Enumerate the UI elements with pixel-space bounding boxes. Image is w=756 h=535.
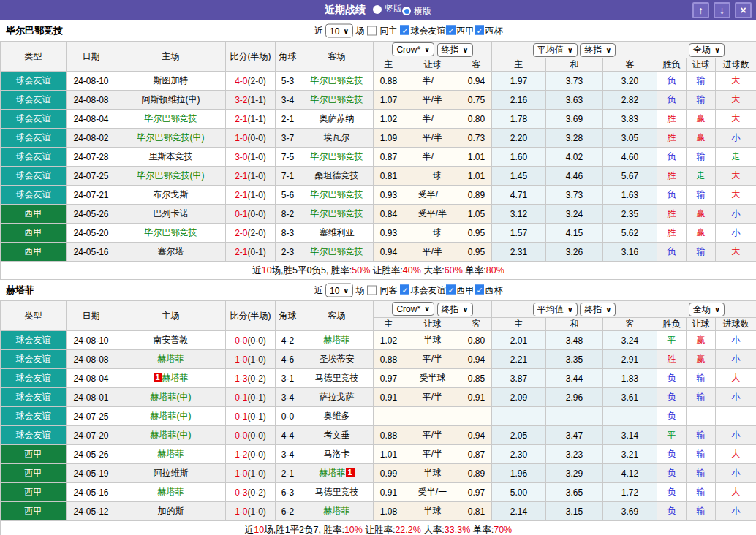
recent-results-panel: 近期战绩 竖版横版 ↑↓× 毕尔巴鄂竞技 近 10∨ 场 同主 ✓球会友谊✓西甲…: [0, 0, 756, 535]
full-score: 1-0: [235, 354, 247, 365]
result-value: 胜: [668, 208, 676, 219]
near-label: 近: [314, 284, 323, 297]
half-score: (1-0): [248, 171, 266, 181]
scope-select[interactable]: 全场∨: [689, 303, 725, 316]
col-handicap: 让球: [404, 58, 461, 72]
final-odds-value: 终指: [442, 303, 459, 316]
result-winloss-cell: 负: [657, 407, 687, 426]
chevron-down-icon: ∨: [605, 46, 611, 54]
summary-segment: 50%: [352, 265, 370, 276]
avg-away-cell: 3.69: [603, 502, 657, 521]
scroll-down-button[interactable]: ↓: [714, 2, 730, 18]
league-checkbox[interactable]: ✓: [446, 285, 456, 295]
chevron-down-icon: ∨: [714, 46, 720, 54]
close-button[interactable]: ×: [735, 2, 752, 18]
league-checkbox[interactable]: ✓: [475, 285, 484, 295]
match-date: 24-08-04: [67, 110, 116, 129]
league-checkbox[interactable]: ✓: [446, 26, 456, 35]
half-score: (0-2): [248, 373, 266, 384]
same-venue-label: 同主: [379, 25, 397, 37]
col-date: 日期: [67, 301, 116, 331]
result-value: 负: [668, 246, 676, 257]
home-team: 阿斯顿维拉(中): [142, 94, 200, 105]
away-team-cell: 毕尔巴鄂竞技: [300, 148, 374, 167]
score-cell: 1-2(0-0): [226, 445, 276, 464]
result-value: 平: [668, 335, 676, 345]
same-venue-checkbox[interactable]: [367, 26, 377, 36]
away-team: 圣埃蒂安: [320, 354, 355, 364]
same-venue-checkbox[interactable]: [367, 286, 377, 295]
average-select[interactable]: 平均值∨: [533, 303, 578, 316]
away-team-cell: 奥萨苏纳: [300, 110, 374, 129]
odds-away-cell: 0.81: [461, 502, 492, 521]
odds-away-cell: 0.95: [461, 243, 492, 262]
score-cell: 0-1(0-0): [226, 205, 276, 224]
home-team: 毕尔巴鄂竞技(中): [137, 132, 205, 143]
match-type-badge: 西甲: [1, 205, 67, 224]
match-count-select[interactable]: 10∨: [325, 24, 353, 38]
home-team-cell: 毕尔巴鄂竞技(中): [116, 167, 226, 186]
average-select[interactable]: 平均值∨: [533, 43, 578, 57]
bookmaker-select[interactable]: Crow*∨: [392, 302, 434, 316]
result-value: 负: [668, 411, 676, 421]
scope-group: 全场∨: [657, 42, 756, 58]
near-label: 近: [314, 25, 323, 37]
result-value: 走: [697, 170, 706, 181]
corner-score: 7-1: [276, 167, 300, 186]
col-avg-home: 主: [492, 58, 546, 72]
match-type-badge: 西甲: [1, 224, 67, 243]
col-odds-home: 主: [374, 318, 404, 331]
half-score: (2-0): [248, 76, 266, 86]
handicap-cell: 受平/半: [404, 205, 461, 224]
final-odds-select[interactable]: 终指∨: [437, 43, 473, 57]
final-average-select[interactable]: 终指∨: [580, 43, 616, 57]
layout-radio-option[interactable]: 竖版: [373, 3, 402, 15]
half-score: (1-0): [248, 468, 266, 479]
corner-score: 4-4: [276, 426, 300, 445]
avg-away-cell: 3.16: [603, 243, 657, 262]
result-value: 走: [732, 151, 741, 162]
summary-segment: 单率:: [463, 265, 486, 276]
final-odds-select[interactable]: 终指∨: [437, 303, 473, 316]
col-away: 客场: [300, 42, 374, 72]
team-header-row: 赫塔菲 近 10∨ 场 同客 ✓球会友谊✓西甲✓西杯: [0, 280, 756, 300]
result-value: 小: [732, 132, 741, 143]
layout-radio-selected[interactable]: 横版: [402, 5, 431, 18]
final-average-select[interactable]: 终指∨: [580, 303, 616, 316]
match-date: 24-05-16: [67, 243, 116, 262]
league-checkbox[interactable]: ✓: [400, 285, 409, 295]
result-goals-cell: 大: [716, 72, 756, 91]
league-label: 西杯: [485, 285, 502, 295]
league-checkbox[interactable]: ✓: [400, 26, 409, 35]
avg-home-cell: 5.00: [492, 483, 546, 502]
home-team: 布尔戈斯: [154, 189, 189, 200]
match-count-select[interactable]: 10∨: [325, 284, 353, 297]
bookmaker-select[interactable]: Crow*∨: [392, 42, 434, 56]
corner-score: 8-2: [276, 205, 300, 224]
average-value: 平均值: [537, 303, 564, 316]
result-value: 赢: [697, 113, 706, 124]
avg-home-cell: 2.01: [492, 331, 546, 350]
result-winloss-cell: 胜: [657, 350, 687, 369]
corner-score: 6-2: [276, 502, 300, 521]
result-winloss-cell: 负: [657, 388, 687, 407]
home-team: 加的斯: [158, 506, 184, 516]
league-checkbox[interactable]: ✓: [475, 26, 484, 35]
result-value: 负: [668, 94, 676, 105]
result-value: 小: [732, 506, 741, 516]
avg-away-cell: 2.91: [603, 350, 657, 369]
result-handicap-cell: 输: [687, 483, 716, 502]
result-value: 负: [668, 449, 676, 459]
scroll-up-button[interactable]: ↑: [692, 2, 709, 18]
corner-score: 3-7: [276, 129, 300, 148]
result-goals-cell: 小: [716, 426, 756, 445]
avg-home-cell: 2.31: [492, 243, 546, 262]
home-team-cell: 塞尔塔: [116, 243, 226, 262]
score-cell: 1-0(1-0): [226, 350, 276, 369]
handicap-cell: 一球: [404, 167, 461, 186]
scope-select[interactable]: 全场∨: [689, 43, 725, 57]
summary-segment: 70%: [494, 525, 512, 535]
table-row: 西甲24-05-26赫塔菲1-2(0-0)3-4马洛卡1.01平/半0.872.…: [1, 445, 756, 464]
bookmaker-group: Crow*∨ 终指∨: [374, 42, 492, 58]
handicap-cell: 平/半: [404, 91, 461, 110]
